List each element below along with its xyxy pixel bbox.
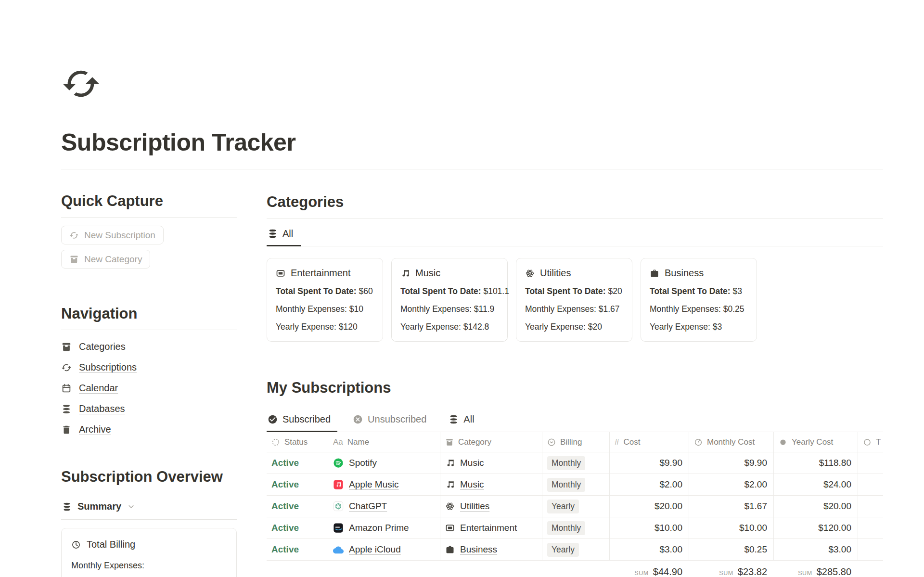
music-note-icon	[445, 480, 455, 489]
billing-tag[interactable]: Monthly	[547, 521, 585, 535]
music-note-icon	[400, 269, 410, 278]
column-header-name[interactable]: Aa Name	[328, 432, 440, 452]
column-label: Category	[458, 437, 491, 447]
column-label: Cost	[623, 437, 640, 447]
billing-tag[interactable]: Monthly	[547, 456, 585, 470]
total-spent-label: Total Spent To Date:	[650, 286, 731, 296]
sidebar-item-label[interactable]: Categories	[79, 341, 126, 352]
subscription-link[interactable]: ChatGPT	[349, 501, 387, 512]
category-card-entertainment[interactable]: Entertainment Total Spent To Date: $60 M…	[267, 258, 383, 342]
monthly-cost-cell: $1.67	[689, 496, 773, 517]
circle-outline-icon	[863, 438, 872, 447]
category-link[interactable]: Music	[460, 458, 484, 468]
chevron-down-icon	[127, 502, 135, 511]
status-dashed-circle-icon	[271, 438, 280, 447]
yearly-value: $142.8	[463, 322, 489, 332]
yearly-label: Yearly Expense:	[276, 322, 336, 332]
aa-text-icon: Aa	[333, 437, 343, 447]
subscription-link[interactable]: Spotify	[349, 458, 377, 468]
sidebar-item-label[interactable]: Calendar	[79, 383, 118, 394]
column-label: T	[876, 437, 881, 447]
tab-subscribed[interactable]: Subscribed	[267, 405, 337, 432]
yearly-cost-sum[interactable]: SUM $285.80	[773, 566, 858, 577]
category-link[interactable]: Music	[460, 479, 484, 490]
tab-unsubscribed[interactable]: Unsubscribed	[352, 405, 433, 432]
status-badge: Active	[271, 544, 299, 555]
category-link[interactable]: Utilities	[460, 501, 489, 512]
subscription-link[interactable]: Apple iCloud	[349, 544, 401, 555]
new-subscription-button[interactable]: New Subscription	[61, 226, 164, 244]
billing-tag[interactable]: Yearly	[547, 543, 579, 557]
cost-cell[interactable]: $3.00	[609, 539, 689, 560]
monthly-value: $1.67	[599, 304, 620, 314]
sidebar-item-calendar[interactable]: Calendar	[61, 381, 237, 395]
column-header-yearly-cost[interactable]: Yearly Cost	[773, 432, 858, 452]
sidebar-item-label[interactable]: Subscriptions	[79, 362, 137, 373]
column-header-billing[interactable]: Billing	[542, 432, 609, 452]
sidebar-item-archive[interactable]: Archive	[61, 423, 237, 436]
monthly-value: $10	[349, 304, 363, 314]
category-link[interactable]: Business	[460, 544, 497, 555]
page-title: Subscription Tracker	[61, 128, 883, 156]
column-label: Billing	[560, 437, 582, 447]
sidebar-item-databases[interactable]: Databases	[61, 402, 237, 416]
sidebar-item-categories[interactable]: Categories	[61, 340, 237, 354]
formula-icon	[694, 438, 703, 447]
billing-tag[interactable]: Yearly	[547, 500, 579, 513]
cost-cell[interactable]: $2.00	[609, 474, 689, 495]
yearly-label: Yearly Expense:	[525, 322, 586, 332]
category-link[interactable]: Entertainment	[460, 523, 517, 533]
divider	[267, 218, 883, 218]
divider	[61, 519, 237, 520]
column-header-status[interactable]: Status	[267, 432, 328, 452]
cost-cell[interactable]: $10.00	[609, 517, 689, 539]
category-card-music[interactable]: Music Total Spent To Date: $101.1 Monthl…	[391, 258, 508, 342]
column-header-category[interactable]: Category	[440, 432, 542, 452]
yearly-cost-cell: $20.00	[773, 496, 858, 517]
spotify-icon	[333, 458, 344, 468]
table-row: Active ChatGPT Utilities Yearly $20.00 $…	[267, 496, 883, 517]
divider	[267, 404, 883, 404]
amazon-prime-icon	[333, 523, 344, 533]
status-badge: Active	[271, 458, 299, 468]
column-header-cost[interactable]: # Cost	[609, 432, 689, 452]
cost-cell[interactable]: $20.00	[609, 496, 689, 517]
category-card-utilities[interactable]: Utilities Total Spent To Date: $20 Month…	[516, 258, 632, 342]
chatgpt-icon	[333, 501, 344, 512]
page-header: Subscription Tracker	[61, 0, 883, 169]
category-name: Entertainment	[291, 268, 351, 279]
tab-all-categories[interactable]: All	[267, 219, 301, 246]
filled-circle-icon	[779, 438, 787, 447]
new-category-button[interactable]: New Category	[61, 250, 150, 269]
category-name: Music	[415, 268, 440, 279]
category-card-business[interactable]: Business Total Spent To Date: $3 Monthly…	[641, 258, 757, 342]
column-header-monthly-cost[interactable]: Monthly Cost	[689, 432, 773, 452]
atom-icon	[445, 501, 455, 511]
column-header-truncated[interactable]: T	[858, 432, 883, 452]
tab-all-subscriptions[interactable]: All	[448, 405, 481, 432]
summary-view-selector[interactable]: Summary	[62, 501, 237, 512]
total-spent-value: $20	[608, 286, 622, 296]
check-circle-icon	[268, 414, 278, 424]
monthly-cost-sum[interactable]: SUM $23.82	[689, 566, 773, 577]
apple-music-icon	[333, 479, 344, 490]
cost-cell[interactable]: $9.90	[609, 452, 689, 474]
subscription-link[interactable]: Amazon Prime	[349, 523, 409, 533]
monthly-label: Monthly Expenses:	[525, 304, 596, 314]
column-label: Name	[347, 437, 369, 447]
tv-icon	[445, 523, 455, 533]
subscription-link[interactable]: Apple Music	[349, 479, 399, 490]
database-icon	[62, 502, 72, 512]
quick-capture-heading: Quick Capture	[61, 192, 237, 210]
cost-sum[interactable]: SUM $44.90	[609, 566, 689, 577]
billing-tag[interactable]: Monthly	[547, 478, 585, 492]
sidebar-item-subscriptions[interactable]: Subscriptions	[61, 360, 237, 374]
monthly-value: $11.9	[474, 304, 495, 314]
sidebar-item-label[interactable]: Archive	[79, 424, 111, 435]
table-row: Active Apple Music Music Monthly $2.00 $…	[267, 474, 883, 496]
sidebar-item-label[interactable]: Databases	[79, 403, 125, 414]
categories-heading: Categories	[267, 193, 883, 211]
total-spent-value: $101.1	[483, 286, 509, 296]
x-circle-icon	[353, 414, 363, 424]
sync-page-icon[interactable]	[61, 64, 101, 103]
